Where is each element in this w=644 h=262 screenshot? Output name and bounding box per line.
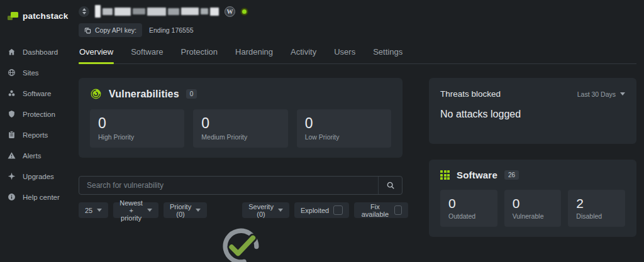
stat-label: Medium Priority (201, 133, 279, 141)
software-card-header: Software 26 (440, 170, 625, 180)
tab-hardening[interactable]: Hardening (235, 41, 274, 63)
sidebar-item-alerts[interactable]: Alerts (8, 145, 72, 166)
stat-disabled: 2 Disabled (568, 190, 625, 227)
tab-protection[interactable]: Protection (180, 41, 219, 63)
tab-settings[interactable]: Settings (372, 41, 403, 63)
stat-outdated: 0 Outdated (440, 190, 497, 227)
checkmark-circle-illustration (202, 224, 280, 262)
sidebar-item-sites[interactable]: Sites (8, 62, 72, 83)
vulnerabilities-title: Vulnerabilities (109, 89, 179, 100)
patchstack-logo[interactable]: patchstack (8, 9, 72, 23)
sidebar-item-label: Help center (23, 194, 60, 201)
vulnerabilities-count-badge: 0 (186, 89, 197, 99)
sidebar-item-label: Reports (23, 131, 48, 139)
sidebar-item-label: Dashboard (23, 48, 58, 56)
sort-value: Newest + priority (119, 199, 143, 222)
sidebar-item-label: Protection (23, 111, 55, 118)
vulnerability-stats: 0 High Priority 0 Medium Priority 0 Low … (90, 109, 391, 148)
exploited-filter-label: Exploited (301, 207, 329, 214)
sidebar-item-label: Software (23, 90, 51, 97)
chevron-down-icon (278, 209, 283, 212)
no-vulnerabilities-graphic (79, 224, 402, 262)
copy-api-key-label: Copy API key: (95, 26, 136, 34)
stat-high-priority: 0 High Priority (90, 109, 184, 148)
software-grid-icon (440, 170, 450, 180)
no-attacks-message: No attacks logged (440, 109, 625, 120)
stat-value: 0 (513, 196, 553, 210)
threats-blocked-card: Threats blocked Last 30 Days No attacks … (429, 78, 636, 144)
summary-pane: Threats blocked Last 30 Days No attacks … (429, 78, 636, 262)
chevron-down-icon (82, 12, 86, 14)
search-input[interactable] (79, 177, 378, 194)
stat-value: 2 (576, 196, 617, 210)
sidebar-item-software[interactable]: Software (8, 83, 72, 104)
info-icon (8, 193, 16, 201)
sort-dropdown[interactable]: Newest + priority (113, 202, 158, 218)
severity-filter-dropdown[interactable]: Severity (0) (242, 202, 289, 218)
stat-label: High Priority (98, 133, 176, 141)
stat-vulnerable: 0 Vulnerable (504, 190, 562, 227)
site-switcher-button[interactable] (79, 6, 89, 17)
sidebar-item-help-center[interactable]: Help center (8, 187, 72, 207)
date-range-dropdown[interactable]: Last 30 Days (577, 90, 625, 98)
exploited-checkbox[interactable] (333, 205, 343, 215)
vulnerability-swirl-icon (90, 88, 102, 100)
fix-available-checkbox[interactable] (394, 205, 402, 215)
tab-bar: Overview Software Protection Hardening A… (79, 41, 636, 64)
search-button[interactable] (378, 177, 402, 194)
chevron-up-icon (82, 8, 86, 11)
exploited-filter-toggle[interactable]: Exploited (294, 202, 349, 218)
stat-label: Disabled (576, 212, 617, 220)
copy-icon (84, 27, 91, 34)
vulnerability-search (79, 176, 402, 195)
stat-value: 0 (98, 116, 176, 131)
tab-software[interactable]: Software (130, 41, 164, 63)
priority-filter-value: Priority (0) (170, 203, 191, 218)
search-icon (386, 181, 395, 190)
chevron-down-icon (620, 92, 625, 96)
tab-users[interactable]: Users (333, 41, 356, 63)
filter-row: 25 Newest + priority Priority (0) Severi… (79, 202, 402, 218)
chevron-down-icon (196, 209, 201, 212)
content-columns: Vulnerabilities 0 0 High Priority 0 Medi… (79, 78, 636, 262)
software-count-badge: 26 (504, 170, 519, 180)
site-selector-row: W (79, 5, 636, 18)
stat-label: Low Priority (305, 133, 383, 141)
patchstack-logo-icon (8, 11, 18, 21)
fix-available-filter-label: Fix available (360, 203, 390, 218)
redacted-site-name (95, 5, 219, 18)
stat-value: 0 (448, 196, 489, 210)
stat-low-priority: 0 Low Priority (297, 109, 391, 148)
chevron-down-icon (97, 209, 102, 212)
stat-medium-priority: 0 Medium Priority (193, 109, 287, 148)
stat-value: 0 (201, 116, 279, 131)
home-icon (8, 48, 16, 56)
sidebar-item-dashboard[interactable]: Dashboard (8, 41, 72, 62)
sidebar-item-label: Sites (23, 69, 39, 77)
priority-filter-dropdown[interactable]: Priority (0) (164, 202, 207, 218)
puzzle-icon (8, 89, 16, 97)
vulnerabilities-pane: Vulnerabilities 0 0 High Priority 0 Medi… (79, 78, 402, 262)
api-key-ending: Ending 176555 (149, 26, 194, 34)
date-range-value: Last 30 Days (577, 90, 616, 98)
fix-available-filter-toggle[interactable]: Fix available (354, 202, 408, 218)
site-status-dot (241, 8, 248, 15)
software-stats: 0 Outdated 0 Vulnerable 2 Disabled (440, 190, 625, 227)
sidebar-item-protection[interactable]: Protection (8, 104, 72, 124)
stat-label: Vulnerable (513, 212, 553, 220)
severity-filter-value: Severity (0) (248, 203, 274, 218)
sparkle-icon (8, 172, 16, 180)
sidebar-item-upgrades[interactable]: Upgrades (8, 166, 72, 187)
stat-value: 0 (305, 116, 383, 131)
sidebar-item-label: Alerts (23, 152, 41, 160)
tab-activity[interactable]: Activity (290, 41, 317, 63)
main-content: W Copy API key: Ending 176555 Overview S… (72, 0, 644, 262)
copy-api-key-button[interactable]: Copy API key: (79, 23, 142, 37)
tab-overview[interactable]: Overview (79, 41, 114, 63)
vulnerabilities-card-header: Vulnerabilities 0 (90, 88, 391, 100)
per-page-value: 25 (85, 207, 92, 214)
wordpress-icon: W (225, 6, 235, 17)
software-card: Software 26 0 Outdated 0 Vulnerable 2 Di… (429, 160, 636, 237)
sidebar-item-reports[interactable]: Reports (8, 124, 72, 145)
per-page-dropdown[interactable]: 25 (79, 202, 108, 218)
